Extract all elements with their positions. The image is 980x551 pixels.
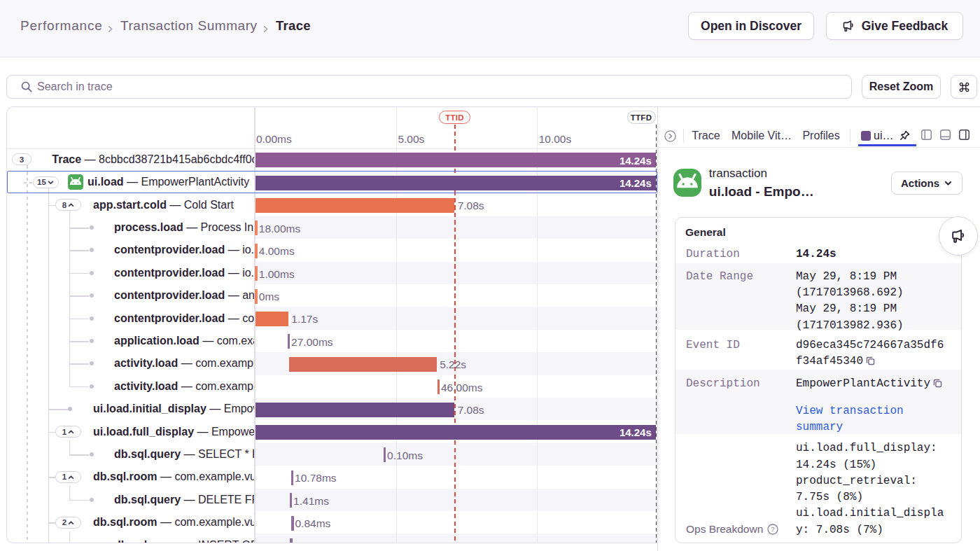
svg-text:?: ?: [771, 526, 775, 533]
